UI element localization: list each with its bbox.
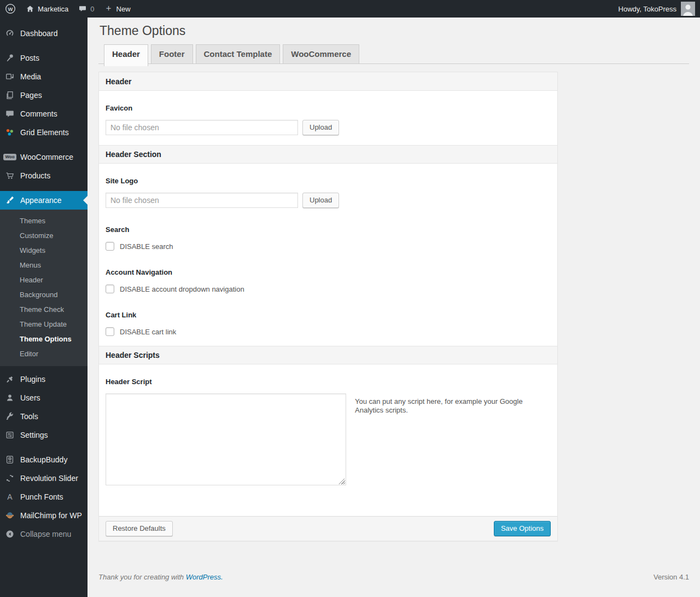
howdy-text: Howdy, TokoPress [619, 5, 676, 13]
disable-cart-link-label: DISABLE cart link [120, 328, 176, 336]
cart-link-label: Cart Link [106, 311, 551, 319]
sidebar-item-woocommerce[interactable]: Woo WooCommerce [0, 148, 88, 166]
submenu-item-background[interactable]: Background [0, 287, 88, 302]
tab-header[interactable]: Header [104, 44, 148, 66]
wrench-icon [4, 411, 15, 421]
page-footer: Thank you for creating with WordPress. V… [98, 573, 689, 589]
save-options-button[interactable]: Save Options [494, 521, 551, 536]
sidebar-item-label: Comments [20, 109, 57, 118]
search-label: Search [106, 225, 551, 234]
site-logo-label: Site Logo [106, 177, 551, 185]
sidebar-item-label: WooCommerce [20, 153, 73, 161]
sidebar-item-products[interactable]: Products [0, 166, 88, 185]
submenu-item-customize[interactable]: Customize [0, 228, 88, 243]
comments-menu[interactable]: 0 [73, 0, 99, 18]
wordpress-logo-icon: W [5, 3, 16, 14]
plug-icon [4, 374, 15, 384]
sidebar-item-settings[interactable]: Settings [0, 426, 88, 444]
sidebar-item-label: Revolution Slider [20, 474, 78, 483]
collapse-arrow-icon [4, 529, 15, 539]
sidebar-item-plugins[interactable]: Plugins [0, 370, 88, 389]
pushpin-icon [4, 53, 15, 63]
disable-search-checkbox[interactable] [106, 242, 114, 251]
sidebar-item-backupbuddy[interactable]: BackupBuddy [0, 450, 88, 469]
sidebar-item-label: Products [20, 171, 50, 180]
favicon-upload-button[interactable]: Upload [302, 120, 339, 135]
mailchimp-monkey-icon [4, 511, 15, 520]
theme-options-panel: Header Favicon Upload Header Section Sit… [98, 72, 558, 541]
sidebar-item-punch-fonts[interactable]: A Punch Fonts [0, 488, 88, 506]
svg-text:W: W [8, 6, 13, 12]
submenu-item-themes[interactable]: Themes [0, 213, 88, 228]
sidebar-item-tools[interactable]: Tools [0, 407, 88, 426]
user-icon [4, 393, 15, 403]
submenu-item-menus[interactable]: Menus [0, 258, 88, 273]
disable-search-label: DISABLE search [120, 242, 173, 251]
sidebar-item-users[interactable]: Users [0, 389, 88, 407]
pages-icon [4, 90, 15, 100]
submenu-item-theme-options[interactable]: Theme Options [0, 332, 88, 346]
dashboard-icon [4, 28, 15, 38]
sidebar-item-mailchimp[interactable]: MailChimp for WP [0, 506, 88, 525]
media-icon [4, 72, 15, 82]
account-navigation-label: Account Navigation [106, 268, 551, 276]
sidebar-item-comments[interactable]: Comments [0, 105, 88, 123]
favicon-label: Favicon [106, 104, 551, 112]
disable-account-navigation-label: DISABLE account dropdown navigation [120, 285, 244, 293]
tab-footer[interactable]: Footer [151, 44, 193, 64]
woocommerce-badge-icon: Woo [4, 154, 15, 160]
submenu-item-widgets[interactable]: Widgets [0, 243, 88, 258]
menu-separator [0, 185, 88, 191]
tab-contact-template[interactable]: Contact Template [196, 44, 281, 64]
submenu-item-theme-update[interactable]: Theme Update [0, 317, 88, 332]
site-logo-file-input[interactable] [106, 193, 298, 208]
sidebar-item-collapse-menu[interactable]: Collapse menu [0, 525, 88, 543]
plus-icon: ＋ [104, 4, 113, 13]
submenu-item-theme-check[interactable]: Theme Check [0, 302, 88, 317]
comment-count: 0 [90, 5, 94, 13]
panel-footer: Restore Defaults Save Options [99, 516, 557, 541]
wordpress-logo-menu[interactable]: W [0, 0, 21, 18]
submenu-item-header[interactable]: Header [0, 273, 88, 287]
cart-icon [4, 171, 15, 181]
sidebar-item-dashboard[interactable]: Dashboard [0, 24, 88, 43]
disable-cart-link-checkbox[interactable] [106, 327, 114, 336]
sidebar-item-label: Dashboard [20, 29, 58, 38]
tab-woocommerce[interactable]: WooCommerce [283, 44, 359, 64]
backup-drive-icon [4, 455, 15, 465]
new-content-menu[interactable]: ＋ New [100, 0, 136, 18]
new-label: New [116, 5, 131, 13]
sidebar-item-label: Users [20, 393, 40, 402]
section-header-header-section: Header Section [99, 145, 557, 164]
favicon-file-input[interactable] [106, 120, 298, 135]
section-header-header-scripts: Header Scripts [99, 346, 557, 364]
section-header-header: Header [99, 72, 557, 91]
paintbrush-icon [4, 195, 15, 205]
wordpress-link[interactable]: WordPress. [186, 573, 223, 581]
sidebar-item-appearance[interactable]: Appearance [0, 191, 88, 210]
sidebar-item-label: Collapse menu [20, 530, 71, 538]
sidebar-item-label: Grid Elements [20, 128, 69, 137]
site-name-menu[interactable]: Marketica [21, 0, 73, 18]
sidebar-item-label: MailChimp for WP [20, 511, 82, 520]
sidebar-item-pages[interactable]: Pages [0, 86, 88, 105]
settings-icon [4, 430, 15, 440]
sidebar-item-label: Tools [20, 412, 38, 421]
sidebar-item-revolution-slider[interactable]: Revolution Slider [0, 469, 88, 488]
sidebar-item-label: BackupBuddy [20, 455, 67, 464]
sidebar-item-posts[interactable]: Posts [0, 49, 88, 67]
footer-version: Version 4.1 [654, 573, 689, 581]
submenu-item-editor[interactable]: Editor [0, 346, 88, 361]
header-script-textarea[interactable] [106, 393, 346, 485]
account-menu[interactable]: Howdy, TokoPress [619, 0, 700, 18]
sidebar-item-grid-elements[interactable]: Grid Elements [0, 123, 88, 142]
tab-bar: HeaderFooterContact TemplateWooCommerce [98, 44, 689, 66]
sidebar-item-media[interactable]: Media [0, 67, 88, 86]
sidebar-item-label: Posts [20, 54, 39, 62]
menu-separator [0, 444, 88, 450]
disable-account-navigation-checkbox[interactable] [106, 285, 114, 293]
sidebar-item-label: Appearance [20, 196, 62, 205]
restore-defaults-button[interactable]: Restore Defaults [106, 521, 173, 536]
site-logo-upload-button[interactable]: Upload [302, 193, 339, 208]
menu-separator [0, 43, 88, 49]
